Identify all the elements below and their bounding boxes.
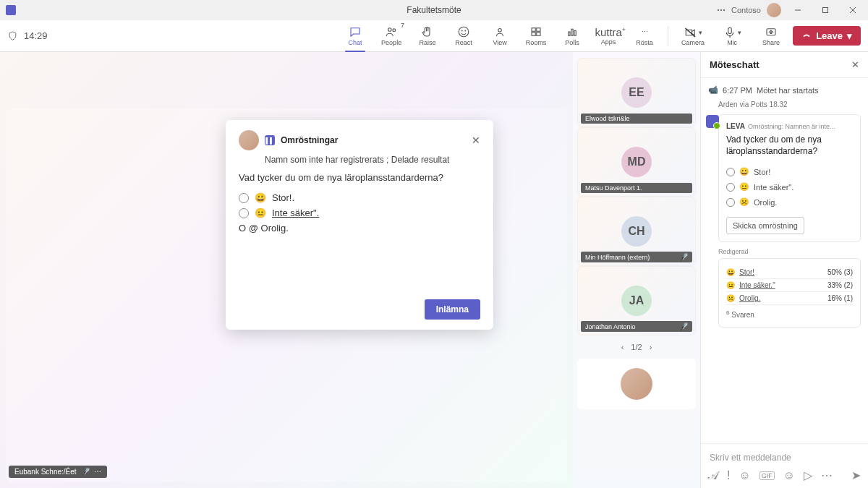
mic-off-icon: 🎤̸ [679,322,688,330]
poll-subtitle: Namn som inte har registrerats ; Delade … [265,155,480,165]
svg-rect-13 [537,33,540,36]
raise-hand-button[interactable]: Raise [412,22,443,51]
window-close[interactable] [842,0,864,20]
meeting-stage: Eubank Schne:/Éet 🎤̸ ⋯ ▌▌ Omröstningar ✕… [0,52,573,488]
svg-rect-10 [532,28,535,32]
avatar-initials: EE [621,77,652,108]
poll-question: Vad tycker du om de nya läroplansstandar… [239,172,480,183]
format-icon[interactable]: 𝒜 [708,469,718,482]
stream-icon[interactable]: ▷ [804,468,812,482]
self-video-tile[interactable] [577,359,696,409]
message-composer: Skriv ett meddelande 𝒜 ! ☺ GIF ☺ ▷ ⋯ ➤ [701,443,868,488]
started-text: Mötet har startats [757,86,819,95]
send-icon[interactable]: ➤ [851,468,861,482]
rooms-icon [529,25,542,38]
more-icon[interactable]: ⋯ [717,5,726,15]
emoji-neutral: 😐 [255,207,266,218]
more-icon[interactable]: ⋯ [821,468,833,482]
svg-rect-18 [728,27,731,33]
svg-point-9 [498,29,502,33]
avatar-initials: CH [621,216,652,247]
chevron-left-icon[interactable]: ‹ [621,343,624,351]
plus-icon: + [622,23,626,36]
close-icon[interactable]: ✕ [472,134,480,146]
avatar-initials: MD [621,147,652,177]
priority-icon[interactable]: ! [727,469,730,482]
message-input[interactable]: Skriv ett meddelande [708,448,861,468]
apps-name: kuttra [590,26,626,38]
result-row: 😀Stor!50% (3) [726,266,853,279]
edited-label: Redigerad [718,248,861,255]
close-icon[interactable]: ✕ [851,59,859,70]
mic-off-icon: 🎤̸ [679,253,688,261]
rooms-button[interactable]: Rooms [520,22,552,51]
emoji-icon[interactable]: ☺ [739,469,750,482]
view-icon [493,25,506,38]
pager-text: 1/2 [631,343,642,351]
svg-rect-16 [574,31,576,36]
forms-app-icon [706,115,719,128]
poll-results-card: 😀Stor!50% (3)😐Inte säker."33% (2)☹️Oroli… [718,258,861,327]
svg-point-5 [393,29,396,32]
share-icon [765,26,778,39]
send-poll-button[interactable]: Skicka omröstning [726,217,804,234]
participant-label: Min Höffmann (extern)🎤̸ [581,252,692,262]
chevron-right-icon[interactable]: › [650,343,652,351]
window-minimize[interactable] [787,0,809,20]
svg-rect-11 [537,28,540,32]
started-time: 6:27 PM [723,86,752,95]
poll-option-1[interactable]: 😀 Stor!. [239,190,480,205]
poll-option-3[interactable]: O @ Orolig. [239,221,480,236]
radio-icon [726,198,735,207]
avatar-initials: JA [621,286,652,316]
share-control[interactable]: Share [754,26,788,46]
chat-button[interactable]: Chat [339,22,371,51]
participants-strip: EE Elwood tskri&leMD Matsu Davenport 1.C… [573,52,700,488]
participant-tile[interactable]: JA Jonathan Antonio🎤̸ [577,266,696,335]
chevron-down-icon: ▾ [847,30,852,41]
more-button[interactable]: ⋯ Rösta [629,22,660,51]
chat-poll-option[interactable]: ☹️Orolig. [726,194,853,210]
leave-button[interactable]: Leave ▾ [793,26,861,46]
poll-dialog: ▌▌ Omröstningar ✕ Namn som inte har regi… [226,120,493,330]
radio-icon [726,168,735,176]
separator [668,26,668,46]
chat-poll-option[interactable]: 😐Inte säker". [726,179,853,194]
meeting-time: 14:29 [24,30,48,41]
message-sender: Arden via Potts 18.32 [708,99,861,111]
view-button[interactable]: View [484,22,516,51]
radio-icon [726,183,735,192]
participant-label: Elwood tskri&le [581,114,692,124]
mic-control[interactable]: ▾ Mic [715,26,749,46]
smile-icon [457,25,470,38]
radio-icon [239,193,249,203]
gif-icon[interactable]: GIF [760,471,775,480]
profile-avatar[interactable] [767,3,781,17]
chat-poll-option[interactable]: 😀Stor! [726,164,853,179]
emoji-happy: 😀 [255,192,266,203]
org-name: Contoso [731,6,761,14]
svg-point-8 [465,30,466,31]
shield-icon [7,30,18,41]
self-name-pill: Eubank Schne:/Éet 🎤̸ ⋯ [9,466,107,478]
react-button[interactable]: React [448,22,480,51]
apps-button[interactable]: kuttra + Apps [592,22,624,51]
meeting-title: Fakultetsmöte [407,5,461,15]
participant-tile[interactable]: EE Elwood tskri&le [577,58,696,127]
people-button[interactable]: 7 People [375,22,407,51]
svg-point-6 [459,27,469,37]
sticker-icon[interactable]: ☺ [783,469,795,482]
poll-submit-button[interactable]: Inlämna [425,299,480,320]
window-maximize[interactable] [814,0,836,20]
mic-off-icon: 🎤̸ [81,468,90,476]
camera-icon: 📹 [708,85,718,95]
camera-control[interactable]: ▾ Camera [676,26,710,46]
polls-button[interactable]: Polls [556,22,588,51]
people-icon [385,25,398,38]
participant-tile[interactable]: CH Min Höffmann (extern)🎤̸ [577,197,696,266]
participant-tile[interactable]: MD Matsu Davenport 1. [577,127,696,197]
poll-option-2[interactable]: 😐 Inte säker". [239,205,480,221]
svg-rect-14 [569,32,570,35]
ellipsis-icon[interactable]: ⋯ [94,468,101,476]
svg-point-7 [462,30,463,31]
